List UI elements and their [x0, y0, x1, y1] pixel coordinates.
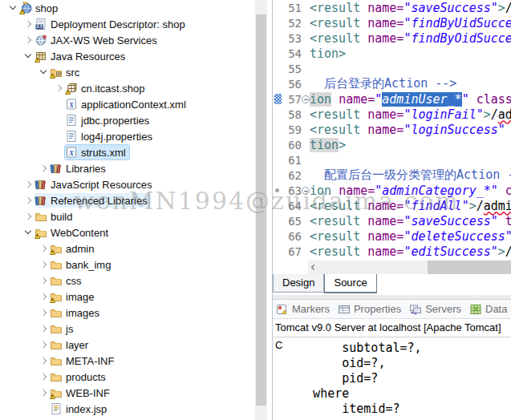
tree-item-js[interactable]: js: [0, 321, 255, 337]
annotation-ruler[interactable]: [273, 107, 284, 122]
chevron-right-icon[interactable]: [37, 242, 50, 255]
code-text[interactable]: ion name="adminUser_*" class: [310, 92, 511, 107]
code-text[interactable]: tion>: [310, 46, 346, 61]
annotation-ruler[interactable]: [273, 168, 284, 183]
code-line-65[interactable]: 65<result name="saveSuccess" t: [273, 213, 511, 228]
annotation-ruler[interactable]: [273, 228, 284, 244]
fold-collapse-icon[interactable]: [302, 91, 310, 107]
tree-item-labelwrap[interactable]: 2.5Deployment Descriptor: shop: [34, 17, 189, 31]
code-text[interactable]: <result name="saveSuccess">/: [310, 1, 511, 15]
code-text[interactable]: <result name="saveSuccess" t: [310, 214, 511, 228]
tree-item-labelwrap[interactable]: META-INF: [50, 353, 117, 368]
project-explorer-tree[interactable]: shop2.5Deployment Descriptor: shopJAX-WS…: [0, 0, 255, 420]
scroll-left-arrow-icon[interactable]: [308, 260, 319, 274]
code-line-61[interactable]: 61: [273, 152, 511, 168]
annotation-ruler[interactable]: [273, 122, 284, 137]
tree-item-meta-inf[interactable]: META-INF: [0, 353, 255, 369]
tree-item-bank-img[interactable]: bank_img: [0, 256, 255, 273]
code-line-66[interactable]: 66<result name="deleteSuccess": [273, 228, 511, 244]
chevron-right-icon[interactable]: [37, 290, 50, 303]
tree-item-log4j-properties[interactable]: log4j.properties: [0, 128, 255, 144]
code-line-51[interactable]: 51<result name="saveSuccess">/: [273, 0, 511, 15]
tree-item-labelwrap[interactable]: JAX-WS Web Services: [34, 33, 160, 47]
tree-item-index-jsp[interactable]: index.jsp: [0, 401, 255, 417]
annotation-ruler[interactable]: [273, 213, 284, 228]
annotation-ruler[interactable]: [273, 61, 284, 76]
chevron-right-icon[interactable]: [37, 274, 50, 287]
annotation-ruler[interactable]: [273, 152, 284, 168]
code-line-62[interactable]: 62 配置后台一级分类管理的Action -->: [273, 168, 511, 183]
tree-item-image[interactable]: image: [0, 289, 255, 305]
code-line-54[interactable]: 54tion>: [273, 46, 511, 61]
code-text[interactable]: 配置后台一级分类管理的Action -->: [310, 168, 511, 183]
code-text[interactable]: <result name="findByUidSucce: [310, 16, 511, 30]
tree-item-labelwrap[interactable]: index.jsp: [50, 402, 110, 416]
code-line-57[interactable]: 57ion name="adminUser_*" class: [273, 91, 511, 107]
tree-item-images[interactable]: images: [0, 305, 255, 321]
tree-item-deployment-descriptor-shop[interactable]: 2.5Deployment Descriptor: shop: [0, 16, 255, 32]
annotation-ruler[interactable]: [273, 46, 284, 61]
tree-item-labelwrap[interactable]: js: [50, 321, 76, 336]
tree-item-applicationcontext-xml[interactable]: XapplicationContext.xml: [0, 96, 255, 112]
tree-item-labelwrap[interactable]: cn.itcast.shop: [65, 81, 148, 95]
chevron-right-icon[interactable]: [37, 322, 50, 335]
tree-item-labelwrap[interactable]: log4j.properties: [65, 129, 156, 143]
annotation-ruler[interactable]: [273, 137, 284, 152]
chevron-right-icon[interactable]: [22, 210, 34, 223]
view-tab-servers[interactable]: Servers: [409, 303, 461, 316]
code-text[interactable]: <result name="editSuccess">/: [310, 244, 511, 259]
code-line-60[interactable]: 60tion>: [273, 137, 511, 152]
code-line-52[interactable]: 52<result name="findByUidSucce: [273, 15, 511, 30]
code-line-56[interactable]: 56 后台登录的Action -->: [273, 76, 511, 91]
chevron-right-icon[interactable]: [22, 18, 34, 30]
scrollbar-thumb[interactable]: [428, 260, 511, 274]
chevron-right-icon[interactable]: [37, 258, 50, 271]
code-line-64[interactable]: 64<result name="findAll">/admi: [273, 198, 511, 213]
explorer-vertical-scrollbar[interactable]: [255, 0, 267, 420]
chevron-right-icon[interactable]: [22, 194, 34, 207]
code-line-67[interactable]: 67<result name="editSuccess">/: [273, 244, 511, 259]
tree-item-javascript-resources[interactable]: JavaScript Resources: [0, 176, 255, 192]
chevron-right-icon[interactable]: [22, 178, 34, 191]
tree-item-shop[interactable]: shop: [0, 0, 255, 16]
annotation-ruler[interactable]: [273, 244, 284, 259]
code-text[interactable]: <result name="loginSuccess": [310, 123, 505, 137]
tree-item-jax-ws-web-services[interactable]: JAX-WS Web Services: [0, 32, 255, 48]
editor-tab-design[interactable]: Design: [273, 274, 324, 293]
tree-item-labelwrap[interactable]: image: [50, 289, 97, 304]
annotation-ruler[interactable]: [273, 91, 284, 107]
chevron-right-icon[interactable]: [22, 34, 34, 46]
annotation-ruler[interactable]: [273, 76, 284, 91]
code-line-55[interactable]: 55: [273, 61, 511, 76]
tree-item-labelwrap[interactable]: Referenced Libraries: [34, 193, 151, 208]
tree-item-labelwrap[interactable]: XapplicationContext.xml: [65, 97, 189, 111]
code-text[interactable]: <result name="deleteSuccess": [310, 229, 511, 244]
tree-item-labelwrap[interactable]: Xstruts.xml: [65, 145, 129, 160]
tree-item-labelwrap[interactable]: shop: [19, 1, 61, 15]
chevron-right-icon[interactable]: [37, 162, 50, 175]
view-tab-data-s[interactable]: Data S: [469, 303, 511, 316]
tree-item-layer[interactable]: layer: [0, 337, 255, 353]
annotation-ruler[interactable]: [273, 0, 284, 15]
chevron-down-icon[interactable]: [22, 226, 34, 239]
tree-item-libraries[interactable]: Libraries: [0, 160, 255, 176]
xml-source-editor[interactable]: 51<result name="saveSuccess">/52<result …: [273, 0, 511, 274]
fold-collapse-icon[interactable]: [302, 183, 310, 198]
tree-item-labelwrap[interactable]: jdbc.properties: [65, 113, 152, 127]
tree-item-labelwrap[interactable]: css: [50, 273, 85, 288]
code-text[interactable]: 后台登录的Action -->: [310, 76, 456, 91]
chevron-right-icon[interactable]: [37, 306, 50, 319]
editor-tab-source[interactable]: Source: [324, 274, 376, 293]
annotation-ruler[interactable]: [273, 15, 284, 30]
tree-item-labelwrap[interactable]: images: [50, 305, 103, 320]
tree-item-labelwrap[interactable]: Libraries: [50, 161, 109, 176]
chevron-right-icon[interactable]: [37, 370, 50, 383]
scrollbar-thumb[interactable]: [256, 14, 266, 406]
tree-item-cn-itcast-shop[interactable]: cn.itcast.shop: [0, 80, 255, 96]
tree-item-build[interactable]: build: [0, 208, 255, 224]
tree-item-webcontent[interactable]: WebContent: [0, 224, 255, 240]
tree-item-labelwrap[interactable]: bank_img: [50, 257, 114, 272]
tree-item-labelwrap[interactable]: build: [34, 209, 75, 224]
console-output[interactable]: subtotal=?, oid=?, pid=? where itemid=?: [273, 337, 511, 417]
code-line-58[interactable]: 58<result name="loginFail">/ad: [273, 107, 511, 122]
